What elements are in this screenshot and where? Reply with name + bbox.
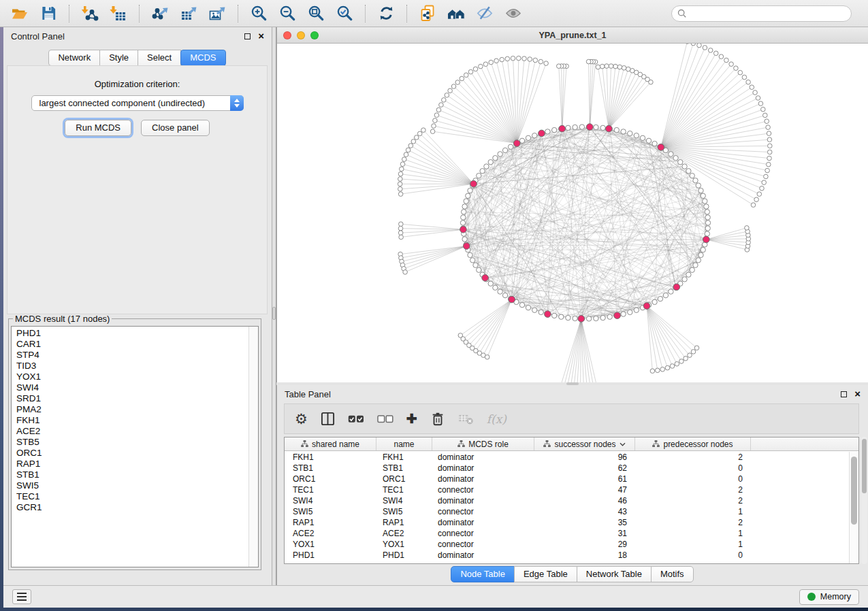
network-node[interactable] xyxy=(742,75,747,80)
tab-motifs[interactable]: Motifs xyxy=(651,566,694,582)
network-node[interactable] xyxy=(705,210,709,214)
mcds-result-item[interactable]: ORC1 xyxy=(16,448,248,459)
network-node[interactable] xyxy=(498,152,502,156)
network-node[interactable] xyxy=(430,129,435,134)
network-node[interactable] xyxy=(634,308,639,312)
network-node[interactable] xyxy=(757,192,762,197)
network-node[interactable] xyxy=(498,289,502,294)
network-window-titlebar[interactable]: YPA_prune.txt_1 xyxy=(277,27,868,44)
mcds-result-item[interactable]: ACE2 xyxy=(16,426,248,437)
network-node[interactable] xyxy=(765,119,769,124)
memory-button[interactable]: Memory xyxy=(799,589,859,605)
network-node[interactable] xyxy=(765,168,770,173)
zoom-fit-button[interactable] xyxy=(303,3,329,24)
network-node[interactable] xyxy=(660,367,665,372)
network-node[interactable] xyxy=(663,293,668,297)
network-node[interactable] xyxy=(691,350,696,354)
run-mcds-button[interactable]: Run MCDS xyxy=(65,120,131,136)
add-icon[interactable]: ✚ xyxy=(406,409,417,429)
network-node[interactable] xyxy=(767,137,772,142)
dominator-node[interactable] xyxy=(545,311,551,318)
network-node[interactable] xyxy=(433,118,438,123)
table-row[interactable]: TEC1TEC1connector472 xyxy=(285,484,849,495)
network-node[interactable] xyxy=(703,199,707,203)
network-node[interactable] xyxy=(586,316,591,321)
network-node[interactable] xyxy=(762,180,767,185)
network-node[interactable] xyxy=(751,203,756,208)
network-node[interactable] xyxy=(445,93,449,98)
mcds-result-item[interactable]: SWI4 xyxy=(16,382,248,393)
tab-style[interactable]: Style xyxy=(99,50,138,66)
network-node[interactable] xyxy=(758,101,763,106)
network-node[interactable] xyxy=(545,129,550,134)
zoom-in-button[interactable] xyxy=(246,3,272,24)
network-node[interactable] xyxy=(573,125,577,129)
minimize-window-icon[interactable] xyxy=(297,31,305,39)
network-node[interactable] xyxy=(594,125,598,129)
mcds-result-item[interactable]: PHD1 xyxy=(16,328,248,339)
network-node[interactable] xyxy=(400,162,405,167)
network-node[interactable] xyxy=(488,160,493,165)
network-node[interactable] xyxy=(477,174,481,178)
network-node[interactable] xyxy=(652,299,657,304)
close-window-icon[interactable] xyxy=(283,31,291,39)
network-node[interactable] xyxy=(705,215,710,220)
network-node[interactable] xyxy=(764,174,769,179)
network-node[interactable] xyxy=(634,133,639,138)
tab-select[interactable]: Select xyxy=(138,50,181,66)
table-row[interactable]: YOX1YOX1connector291 xyxy=(285,539,849,550)
network-node[interactable] xyxy=(694,346,699,350)
column-header-mcds-role[interactable]: MCDS role xyxy=(432,437,534,450)
mcds-result-item[interactable]: STP4 xyxy=(16,350,248,361)
save-session-button[interactable] xyxy=(35,3,61,24)
network-node[interactable] xyxy=(528,57,532,62)
column-header-predecessor-nodes[interactable]: predecessor nodes xyxy=(635,437,751,450)
network-node[interactable] xyxy=(650,369,655,374)
network-node[interactable] xyxy=(688,353,692,358)
network-node[interactable] xyxy=(468,188,472,193)
network-node[interactable] xyxy=(640,135,645,140)
network-node[interactable] xyxy=(552,313,557,318)
close-panel-button[interactable]: Close panel xyxy=(141,120,210,136)
dominator-node[interactable] xyxy=(606,125,613,132)
network-node[interactable] xyxy=(493,285,498,290)
network-node[interactable] xyxy=(483,62,488,67)
network-node[interactable] xyxy=(675,362,679,367)
table-scrollbar[interactable] xyxy=(849,452,858,563)
network-node[interactable] xyxy=(690,174,694,178)
deselect-all-icon[interactable] xyxy=(377,409,393,429)
tab-node-table[interactable]: Node Table xyxy=(451,566,515,582)
network-node[interactable] xyxy=(669,152,673,156)
network-node[interactable] xyxy=(526,306,530,310)
splitter-handle[interactable] xyxy=(272,307,276,320)
dominator-node[interactable] xyxy=(587,124,594,131)
network-node[interactable] xyxy=(696,258,701,263)
network-node[interactable] xyxy=(398,187,403,192)
clone-network-button[interactable] xyxy=(415,3,440,24)
table-row[interactable]: STB1STB1dominator620 xyxy=(285,463,849,474)
mcds-result-item[interactable]: TID3 xyxy=(16,361,248,371)
network-node[interactable] xyxy=(477,267,481,272)
network-node[interactable] xyxy=(533,58,538,63)
table-row[interactable]: RAP1RAP1dominator352 xyxy=(285,517,849,528)
network-node[interactable] xyxy=(690,267,694,272)
network-node[interactable] xyxy=(399,222,404,227)
mcds-result-item[interactable]: CAR1 xyxy=(16,339,248,350)
network-node[interactable] xyxy=(488,281,493,286)
network-node[interactable] xyxy=(626,67,631,71)
network-node[interactable] xyxy=(566,125,570,130)
table-row[interactable]: FKH1FKH1dominator962 xyxy=(285,452,849,463)
network-node[interactable] xyxy=(502,293,507,297)
network-node[interactable] xyxy=(473,67,478,71)
column-header-name[interactable]: name xyxy=(376,437,432,450)
network-node[interactable] xyxy=(760,186,765,191)
network-node[interactable] xyxy=(559,314,564,319)
dominator-node[interactable] xyxy=(673,284,680,291)
network-node[interactable] xyxy=(607,314,612,319)
zoom-out-button[interactable] xyxy=(274,3,300,24)
dominator-node[interactable] xyxy=(460,227,467,233)
network-node[interactable] xyxy=(552,127,557,132)
network-node[interactable] xyxy=(691,44,696,46)
network-node[interactable] xyxy=(745,226,750,231)
import-table-button[interactable] xyxy=(106,3,131,24)
